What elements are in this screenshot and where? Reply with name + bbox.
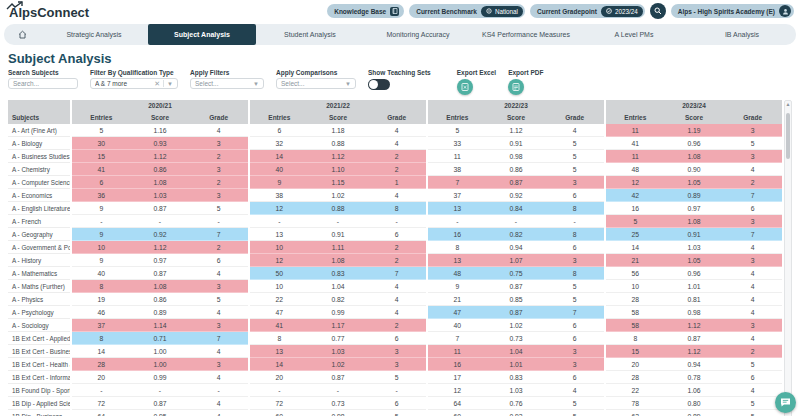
nav-home-button[interactable] (4, 24, 40, 45)
year-cell-group: 371.143 (72, 319, 248, 332)
tab-student-analysis[interactable]: Student Analysis (256, 24, 364, 45)
current-benchmark-pill[interactable]: Current Benchmark National (409, 4, 525, 18)
score-cell: 0.80 (665, 397, 724, 409)
tab-monitoring-accuracy[interactable]: Monitoring Accuracy (364, 24, 472, 45)
tab-a-level-pms[interactable]: A Level PMs (580, 24, 688, 45)
score-cell: 0.87 (487, 280, 546, 292)
entries-cell: 38 (250, 189, 309, 201)
tab-subject-analysis[interactable]: Subject Analysis (148, 24, 256, 45)
entries-cell: 41 (250, 319, 309, 331)
current-gradepoint-pill[interactable]: Current Gradepoint 2023/24 (530, 4, 645, 18)
subject-cell: A - Sociology (8, 319, 70, 332)
entries-cell: 48 (606, 163, 665, 175)
tab-ks4-performance-measures[interactable]: KS4 Performance Measures (472, 24, 580, 45)
table-row[interactable]: A - English Literature90.875120.888130.8… (8, 202, 782, 215)
grade-cell: 5 (545, 397, 604, 409)
search-button[interactable] (650, 3, 666, 19)
show-teaching-sets-toggle[interactable] (368, 79, 390, 90)
apply-filters-placeholder: Select... (195, 80, 253, 87)
chevron-down-icon[interactable]: ▼ (345, 81, 351, 87)
year-cell-group: 280.786 (606, 371, 782, 384)
score-cell: - (131, 384, 190, 396)
table-row[interactable]: 1B Ext Cert - Business141.004131.033111.… (8, 345, 782, 358)
clear-icon[interactable]: ✕ (154, 80, 160, 88)
table-row[interactable]: A - Geography90.927130.916160.828250.917 (8, 228, 782, 241)
table-row[interactable]: A - Mathematics400.874500.837480.758560.… (8, 267, 782, 280)
grade-cell: 7 (723, 228, 782, 240)
score-cell: 0.93 (131, 137, 190, 149)
table-row[interactable]: A - Chemistry410.863401.102380.865480.90… (8, 163, 782, 176)
year-cell-group: --- (72, 384, 248, 397)
current-gradepoint-label: Current Gradepoint (537, 8, 597, 15)
search-subjects-input[interactable]: Search... (8, 78, 78, 89)
grade-cell: 5 (723, 397, 782, 409)
search-icon (654, 7, 662, 15)
score-cell: 0.86 (131, 293, 190, 305)
chevron-down-icon[interactable]: ▼ (253, 81, 259, 87)
entries-cell: 42 (606, 189, 665, 201)
table-row[interactable]: A - Sociology371.143411.172401.026581.12… (8, 319, 782, 332)
entries-cell: 6 (250, 124, 309, 136)
entries-cell: 11 (606, 124, 665, 136)
subject-analysis-table: 2020/212021/222022/232023/24 SubjectsEnt… (8, 100, 792, 416)
table-row[interactable]: 1B Ext Cert - Health & ..281.003141.0231… (8, 358, 782, 371)
knowledge-base-pill[interactable]: Knowledge Base (327, 4, 404, 18)
entries-cell: 6 (72, 176, 131, 188)
help-chat-fab[interactable] (775, 392, 796, 413)
table-row[interactable]: 1B Ext Cert - Applied S..80.71780.77670.… (8, 332, 782, 345)
entries-cell: 19 (72, 293, 131, 305)
grade-cell: 4 (723, 163, 782, 175)
table-row[interactable]: A - Physics190.865220.824210.855280.814 (8, 293, 782, 306)
score-cell: 1.12 (131, 241, 190, 253)
tab-ib-analysis[interactable]: IB Analysis (688, 24, 796, 45)
year-cell-group: 80.776 (250, 332, 426, 345)
score-cell: 0.75 (487, 267, 546, 279)
table-row[interactable]: A - Maths (Further)81.083101.04490.87510… (8, 280, 782, 293)
pdf-file-icon (512, 83, 520, 91)
year-cell-group: 111.193 (606, 124, 782, 137)
year-cell-group: 200.875 (250, 371, 426, 384)
table-row[interactable]: A - Economics361.033381.024370.926420.89… (8, 189, 782, 202)
entries-cell: 16 (428, 228, 487, 240)
year-cell-group: 470.877 (428, 306, 604, 319)
subject-cell: A - Computer Science (8, 176, 70, 189)
entries-cell: 9 (72, 228, 131, 240)
score-cell: 0.87 (309, 371, 368, 383)
grade-cell: 4 (723, 280, 782, 292)
grade-cell: 3 (723, 319, 782, 331)
year-cell-group: 151.122 (72, 150, 248, 163)
scrollbar-thumb[interactable] (786, 113, 790, 159)
apply-filters-select[interactable]: Select... ▼ (190, 78, 264, 89)
logo-trendline-icon (6, 1, 26, 10)
table-row[interactable]: A - French---------51.083 (8, 215, 782, 228)
table-row[interactable]: A - Computer Science61.08291.15170.87312… (8, 176, 782, 189)
score-cell: 0.85 (487, 293, 546, 305)
export-excel-button[interactable] (457, 79, 473, 95)
table-row[interactable]: A - Government & Polit..101.122101.11280… (8, 241, 782, 254)
table-row[interactable]: 1B Dip - Applied Science720.874720.73664… (8, 397, 782, 410)
scroll-up-icon[interactable]: ▲ (785, 101, 791, 108)
column-header-entries: Entries (250, 111, 309, 124)
table-row[interactable]: A - History90.976121.082131.073211.053 (8, 254, 782, 267)
table-row[interactable]: A - Psychology460.894470.994470.877580.9… (8, 306, 782, 319)
apply-comparisons-select[interactable]: Select... ▼ (276, 78, 356, 89)
table-row[interactable]: A - Art (Fine Art)51.16461.18451.124111.… (8, 124, 782, 137)
score-cell: 0.87 (131, 267, 190, 279)
subject-cell: 1B Ext Cert - Informatio.. (8, 371, 70, 384)
table-row[interactable]: 1B Found Dip - Sport------121.034221.064 (8, 384, 782, 397)
table-row[interactable]: A - Business Studies151.122141.122110.98… (8, 150, 782, 163)
score-cell: 1.14 (131, 319, 190, 331)
table-row[interactable]: 1B Dip - Business640.954600.985600.92562… (8, 410, 782, 416)
qualification-type-select[interactable]: A & 7 more ✕ ▼ (90, 78, 178, 89)
table-row[interactable]: 1B Ext Cert - Informatio..200.994200.875… (8, 371, 782, 384)
grade-cell: 4 (367, 293, 426, 305)
account-pill[interactable]: Alps - High Spirits Academy (E) (671, 4, 794, 18)
entries-cell: 28 (72, 358, 131, 370)
export-pdf-button[interactable] (508, 79, 524, 95)
table-row[interactable]: A - Biology300.933320.884330.915410.965 (8, 137, 782, 150)
alps-connect-app: AlpsConnect Knowledge Base Current Bench… (0, 0, 800, 416)
entries-cell: 21 (606, 254, 665, 266)
tab-strategic-analysis[interactable]: Strategic Analysis (40, 24, 148, 45)
table-scrollbar[interactable]: ▲ (784, 100, 792, 416)
chevron-down-icon[interactable]: ▼ (167, 81, 173, 87)
